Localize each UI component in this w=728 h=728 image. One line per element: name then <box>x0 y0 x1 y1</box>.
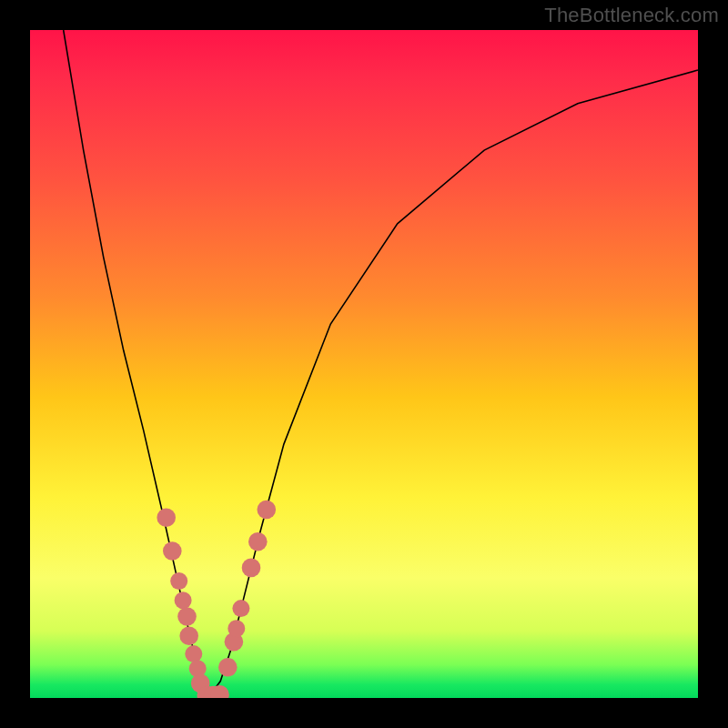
data-marker <box>242 559 261 578</box>
plot-area <box>30 30 698 698</box>
curve-svg <box>30 30 698 698</box>
data-marker <box>157 509 176 528</box>
data-marker <box>170 572 187 590</box>
data-marker <box>248 532 268 551</box>
data-marker <box>228 620 245 637</box>
bottleneck-curve <box>64 30 698 694</box>
data-marker <box>232 600 249 617</box>
data-marker <box>218 658 238 677</box>
data-marker <box>185 645 202 662</box>
marker-group <box>157 500 276 698</box>
data-marker <box>175 592 192 609</box>
data-marker <box>179 626 198 645</box>
watermark-text: TheBottleneck.com <box>544 4 719 27</box>
chart-stage: TheBottleneck.com <box>0 0 728 728</box>
data-marker <box>258 500 277 520</box>
data-marker <box>177 607 197 626</box>
data-marker <box>163 541 182 561</box>
